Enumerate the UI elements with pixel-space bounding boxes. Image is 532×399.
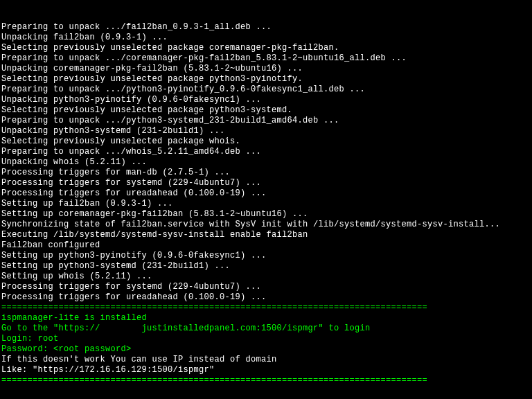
terminal-line: Like: "https://172.16.16.129:1500/ispmgr…: [1, 365, 532, 375]
terminal-line: Selecting previously unselected package …: [1, 136, 532, 147]
terminal-line: Unpacking python3-systemd (231-2build1) …: [1, 126, 532, 136]
terminal-line: Setting up whois (5.2.11) ...: [1, 272, 532, 282]
terminal-line: Preparing to unpack .../python3-pyinotif…: [1, 85, 532, 95]
terminal-line: Password: <root password>: [1, 344, 532, 355]
terminal-line: Setting up fail2ban (0.9.3-1) ...: [1, 199, 532, 209]
terminal-line: Preparing to unpack .../fail2ban_0.9.3-1…: [1, 22, 532, 33]
terminal-line: Processing triggers for ureadahead (0.10…: [1, 188, 532, 199]
terminal-line: Unpacking whois (5.2.11) ...: [1, 157, 532, 168]
terminal-output[interactable]: Preparing to unpack .../fail2ban_0.9.3-1…: [0, 0, 532, 399]
terminal-line: ========================================…: [1, 375, 532, 386]
terminal-line: ========================================…: [1, 303, 532, 313]
terminal-line: Selecting previously unselected package …: [1, 105, 532, 116]
terminal-line: Processing triggers for man-db (2.7.5-1)…: [1, 168, 532, 178]
terminal-line: Setting up coremanager-pkg-fail2ban (5.8…: [1, 209, 532, 220]
terminal-line: Selecting previously unselected package …: [1, 43, 532, 53]
terminal-line: Processing triggers for systemd (229-4ub…: [1, 178, 532, 188]
terminal-line: Login: root: [1, 334, 532, 344]
terminal-line: Go to the "https:// justinstalledpanel.c…: [1, 323, 532, 334]
terminal-line: If this doesn't work You can use IP inst…: [1, 355, 532, 365]
terminal-line: Setting up python3-systemd (231-2build1)…: [1, 261, 532, 272]
terminal-line: Unpacking python3-pyinotify (0.9.6-0fake…: [1, 95, 532, 105]
terminal-line: Preparing to unpack .../python3-systemd_…: [1, 116, 532, 126]
terminal-line: Processing triggers for systemd (229-4ub…: [1, 282, 532, 292]
terminal-line: Setting up python3-pyinotify (0.9.6-0fak…: [1, 251, 532, 261]
terminal-line: Executing /lib/systemd/systemd-sysv-inst…: [1, 230, 532, 240]
terminal-line: Unpacking coremanager-pkg-fail2ban (5.83…: [1, 64, 532, 74]
terminal-line: Processing triggers for ureadahead (0.10…: [1, 292, 532, 303]
terminal-line: ispmanager-lite is installed: [1, 313, 532, 323]
terminal-line: Fail2ban configured: [1, 240, 532, 251]
terminal-line: Preparing to unpack .../whois_5.2.11_amd…: [1, 147, 532, 157]
terminal-line: Selecting previously unselected package …: [1, 74, 532, 85]
terminal-line: Unpacking fail2ban (0.9.3-1) ...: [1, 33, 532, 43]
output-lines: Preparing to unpack .../fail2ban_0.9.3-1…: [1, 22, 532, 386]
terminal-line: Preparing to unpack .../coremanager-pkg-…: [1, 53, 532, 64]
terminal-line: Synchronizing state of fail2ban.service …: [1, 220, 532, 230]
